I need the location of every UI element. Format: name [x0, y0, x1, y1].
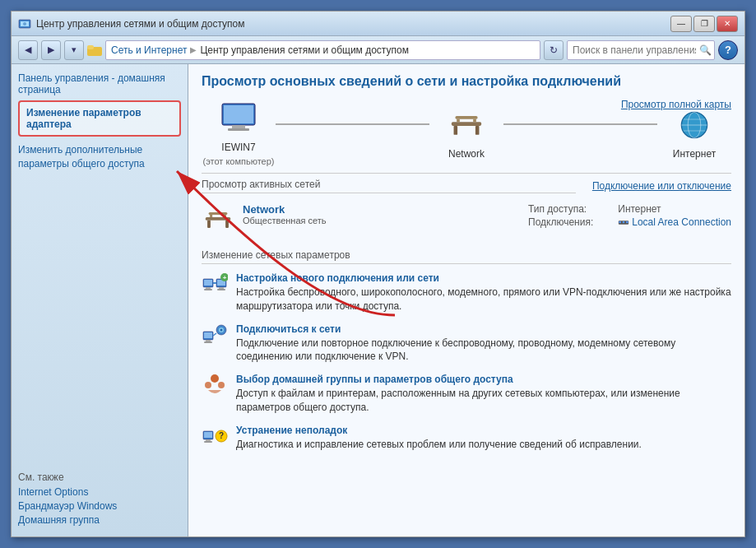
change-section-title: Изменение сетевых параметров	[202, 249, 731, 264]
sidebar-adapter-link[interactable]: Изменение параметров адаптера	[26, 107, 141, 130]
new-connection-desc: Настройка беспроводного, широкополосного…	[236, 286, 731, 313]
search-input[interactable]	[573, 44, 696, 56]
active-networks-header: Просмотр активных сетей Подключение или …	[202, 179, 731, 193]
forward-button[interactable]: ▶	[41, 40, 61, 60]
active-network-row: Network Общественная сеть Тип доступа: П…	[202, 198, 731, 241]
window-controls: — ❐ ✕	[670, 16, 738, 32]
homegroup-icon	[202, 374, 228, 400]
action-connect-network-text: Подключиться к сети Подключение или повт…	[236, 323, 731, 365]
net-node-internet: Интернет	[657, 105, 731, 160]
svg-rect-42	[204, 332, 212, 338]
network-meta: Тип доступа: Подключения: Интернет	[528, 203, 731, 228]
net-node-internet-label: Интернет	[673, 148, 716, 160]
action-new-connection-text: Настройка нового подключения или сети На…	[236, 272, 731, 313]
svg-point-50	[205, 382, 211, 388]
active-networks-section: Просмотр активных сетей Подключение или …	[202, 179, 731, 241]
sidebar-also-title: См. также	[18, 471, 181, 483]
sidebar-advanced-link[interactable]: Изменить дополнительные параметры общего…	[18, 143, 181, 171]
svg-rect-4	[87, 45, 94, 49]
active-network-name-link[interactable]: Network	[243, 203, 285, 216]
access-value-col: Интернет Local Area Connection	[618, 203, 731, 228]
action-troubleshoot: ? Устранение неполадок Диагностика и исп…	[202, 425, 731, 452]
svg-rect-37	[217, 289, 225, 290]
svg-rect-43	[206, 340, 211, 341]
net-node-network: Network	[429, 105, 503, 160]
active-networks-title: Просмотр активных сетей	[202, 179, 576, 193]
active-network-icon	[202, 203, 234, 236]
svg-rect-11	[475, 126, 480, 135]
svg-point-47	[220, 328, 223, 331]
sidebar-internet-options-link[interactable]: Internet Options	[18, 486, 181, 498]
svg-text:+: +	[223, 274, 227, 281]
svg-line-48	[213, 333, 216, 336]
folder-icon	[87, 44, 102, 57]
dropdown-button[interactable]: ▾	[64, 40, 84, 60]
svg-rect-20	[206, 217, 230, 221]
svg-rect-25	[224, 215, 226, 217]
breadcrumb-sep1: ▶	[190, 45, 197, 54]
search-bar[interactable]: 🔍	[567, 40, 715, 60]
net-node-computer: IEWIN7 (этот компьютер)	[202, 99, 276, 166]
connect-disconnect-link[interactable]: Подключение или отключение	[592, 180, 731, 192]
svg-rect-53	[204, 432, 212, 438]
minimize-button[interactable]: —	[670, 16, 692, 32]
network-bench-icon	[447, 105, 486, 145]
view-full-map-link[interactable]: Просмотр полной карты	[621, 99, 731, 110]
change-settings-section: Изменение сетевых параметров	[202, 249, 731, 452]
connect-network-icon	[202, 323, 228, 350]
connect-network-link[interactable]: Подключиться к сети	[236, 323, 731, 335]
new-connection-link[interactable]: Настройка нового подключения или сети	[236, 272, 731, 284]
svg-rect-55	[204, 441, 212, 443]
action-troubleshoot-text: Устранение неполадок Диагностика и испра…	[236, 425, 731, 452]
connection-icon	[618, 216, 629, 228]
svg-rect-21	[207, 221, 211, 228]
svg-rect-23	[209, 212, 228, 215]
close-button[interactable]: ✕	[717, 16, 738, 32]
svg-rect-44	[204, 341, 212, 343]
homegroup-desc: Доступ к файлам и принтерам, расположенн…	[236, 387, 731, 415]
network-diagram: IEWIN7 (этот компьютер)	[202, 99, 731, 174]
refresh-button[interactable]: ↻	[544, 40, 564, 60]
local-area-connection-link[interactable]: Local Area Connection	[618, 216, 731, 228]
net-node-network-label: Network	[448, 148, 485, 160]
back-button[interactable]: ◀	[18, 40, 38, 60]
breadcrumb[interactable]: Сеть и Интернет ▶ Центр управления сетям…	[105, 40, 540, 60]
svg-point-29	[626, 221, 628, 224]
net-line-1	[276, 123, 429, 125]
svg-point-28	[623, 221, 625, 224]
svg-rect-32	[206, 287, 211, 289]
access-type-col: Тип доступа: Подключения:	[528, 203, 593, 228]
new-connection-icon: +	[202, 272, 228, 299]
troubleshoot-link[interactable]: Устранение неполадок	[236, 425, 731, 436]
svg-point-27	[619, 221, 622, 224]
svg-rect-22	[225, 221, 229, 228]
net-node-computer-sublabel: (этот компьютер)	[202, 156, 274, 166]
action-connect-network: Подключиться к сети Подключение или повт…	[202, 323, 731, 365]
window-icon	[18, 17, 31, 30]
troubleshoot-icon: ?	[202, 425, 228, 451]
main-content: Просмотр основных сведений о сети и наст…	[188, 64, 744, 536]
sidebar-also: См. также Internet Options Брандмауэр Wi…	[18, 471, 181, 528]
svg-rect-6	[224, 105, 253, 123]
restore-button[interactable]: ❐	[693, 16, 715, 32]
homegroup-link[interactable]: Выбор домашней группы и параметров общег…	[236, 374, 731, 385]
access-type-value: Интернет	[618, 203, 731, 215]
active-network-type: Общественная сеть	[243, 216, 520, 225]
sidebar-adapter-box[interactable]: Изменение параметров адаптера	[18, 100, 181, 137]
sidebar-homegroup-link[interactable]: Домашняя группа	[18, 514, 181, 526]
internet-icon	[675, 105, 714, 145]
svg-point-49	[211, 374, 219, 383]
active-network-info: Network Общественная сеть	[243, 203, 520, 225]
sidebar: Панель управления - домашняя страница Из…	[12, 64, 188, 536]
action-homegroup: Выбор домашней группы и параметров общег…	[202, 374, 731, 415]
sidebar-home-link[interactable]: Панель управления - домашняя страница	[18, 72, 181, 95]
svg-rect-7	[232, 125, 245, 128]
local-area-connection-text: Local Area Connection	[632, 216, 731, 228]
help-button[interactable]: ?	[718, 40, 738, 60]
svg-point-2	[23, 22, 26, 26]
svg-rect-31	[204, 280, 212, 286]
troubleshoot-desc: Диагностика и исправление сетевых пробле…	[236, 438, 731, 452]
svg-rect-54	[206, 439, 211, 441]
sidebar-firewall-link[interactable]: Брандмауэр Windows	[18, 500, 181, 512]
svg-rect-24	[210, 215, 212, 217]
